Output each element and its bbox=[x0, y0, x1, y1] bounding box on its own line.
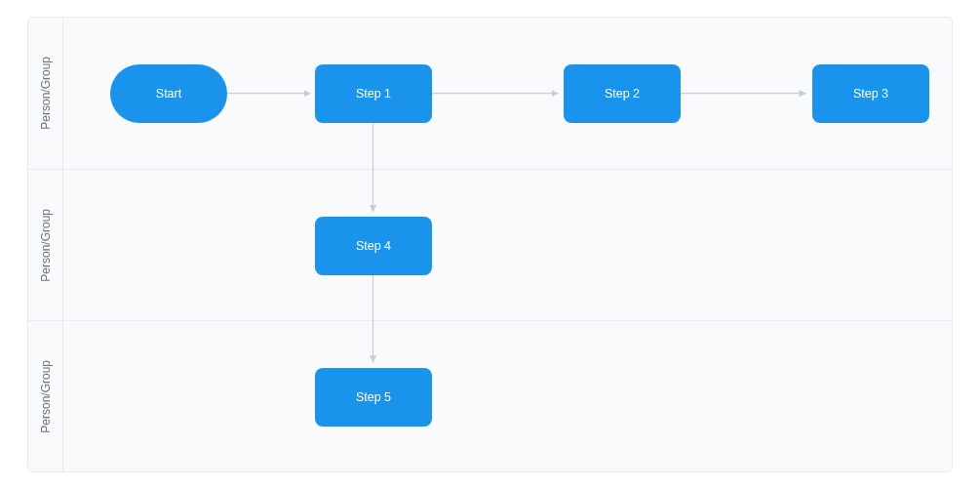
lane-3-label-text: Person/Group bbox=[39, 360, 53, 433]
lane-3: Person/Group bbox=[28, 321, 952, 472]
lane-3-label: Person/Group bbox=[28, 321, 63, 472]
node-step-2[interactable]: Step 2 bbox=[564, 64, 681, 123]
lane-1-label-text: Person/Group bbox=[39, 57, 53, 130]
node-start[interactable]: Start bbox=[110, 64, 227, 123]
node-step-1-label: Step 1 bbox=[356, 87, 391, 101]
lane-2-label: Person/Group bbox=[28, 170, 63, 320]
node-step-3[interactable]: Step 3 bbox=[812, 64, 929, 123]
lane-2-label-text: Person/Group bbox=[39, 209, 53, 282]
node-step-4[interactable]: Step 4 bbox=[315, 217, 432, 275]
node-step-5[interactable]: Step 5 bbox=[315, 368, 432, 427]
node-step-5-label: Step 5 bbox=[356, 390, 391, 404]
swimlane-diagram: Person/Group Person/Group Person/Group bbox=[27, 17, 953, 472]
node-step-3-label: Step 3 bbox=[853, 87, 888, 101]
lane-1-label: Person/Group bbox=[28, 18, 63, 169]
node-step-4-label: Step 4 bbox=[356, 239, 391, 253]
node-step-2-label: Step 2 bbox=[605, 87, 640, 101]
node-start-label: Start bbox=[156, 87, 181, 101]
node-step-1[interactable]: Step 1 bbox=[315, 64, 432, 123]
lane-2: Person/Group bbox=[28, 170, 952, 321]
